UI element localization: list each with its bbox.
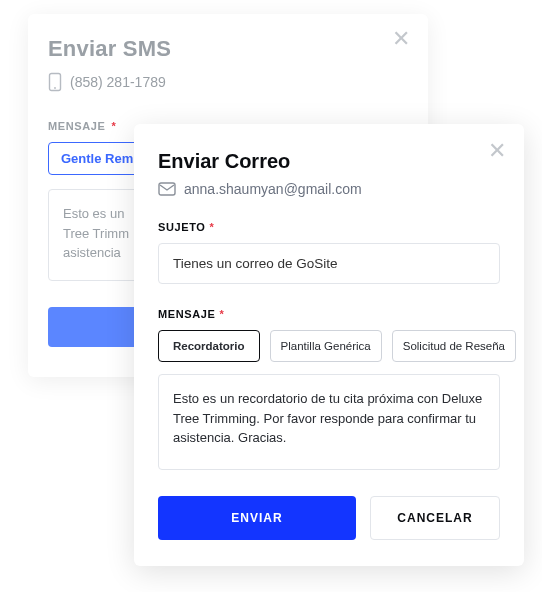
action-row: ENVIAR CANCELAR <box>158 496 500 540</box>
template-resena[interactable]: Solicitud de Reseña <box>392 330 516 362</box>
required-asterisk: * <box>111 120 116 132</box>
email-address: anna.shaumyan@gmail.com <box>184 181 362 197</box>
send-button[interactable]: ENVIAR <box>158 496 356 540</box>
send-email-modal: ✕ Enviar Correo anna.shaumyan@gmail.com … <box>134 124 524 566</box>
required-asterisk: * <box>209 221 214 233</box>
svg-rect-2 <box>159 183 175 195</box>
modal-title: Enviar SMS <box>48 36 408 62</box>
subject-label: SUJETO* <box>158 221 500 233</box>
close-icon[interactable]: ✕ <box>484 136 510 166</box>
phone-icon <box>48 72 62 92</box>
template-row: Recordatorio Plantilla Genérica Solicitu… <box>158 330 500 362</box>
subject-input[interactable] <box>158 243 500 284</box>
svg-point-1 <box>54 87 56 89</box>
template-recordatorio[interactable]: Recordatorio <box>158 330 260 362</box>
template-generica[interactable]: Plantilla Genérica <box>270 330 382 362</box>
required-asterisk: * <box>219 308 224 320</box>
close-icon[interactable]: ✕ <box>388 24 414 54</box>
cancel-button[interactable]: CANCELAR <box>370 496 500 540</box>
template-selected[interactable]: Gentle Rem <box>48 142 146 175</box>
contact-row: anna.shaumyan@gmail.com <box>158 181 500 197</box>
contact-row: (858) 281-1789 <box>48 72 408 92</box>
mail-icon <box>158 182 176 196</box>
modal-title: Enviar Correo <box>158 150 500 173</box>
message-label: MENSAJE* <box>158 308 500 320</box>
message-textarea[interactable] <box>158 374 500 470</box>
phone-number: (858) 281-1789 <box>70 74 166 90</box>
